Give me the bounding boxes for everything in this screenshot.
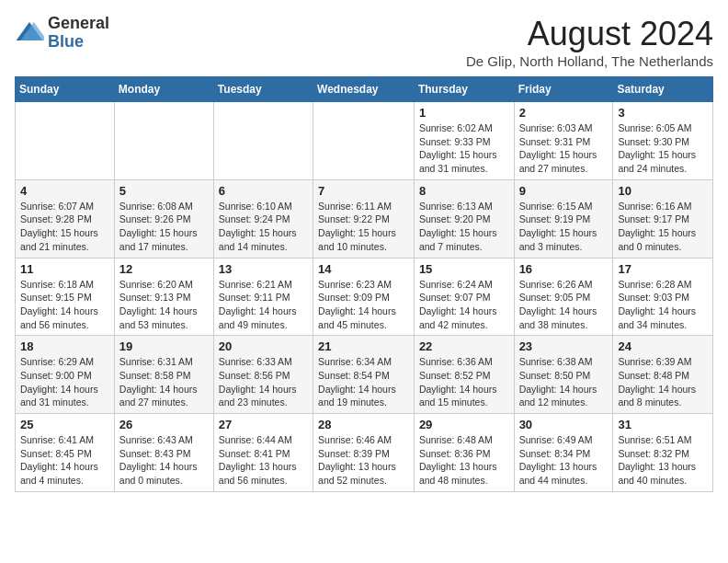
page-header: General Blue August 2024 De Glip, North … [15, 15, 713, 69]
day-cell: 13Sunrise: 6:21 AMSunset: 9:11 PMDayligh… [213, 258, 313, 336]
day-info: Sunrise: 6:03 AMSunset: 9:31 PMDaylight:… [519, 121, 609, 176]
day-info: Sunrise: 6:18 AMSunset: 9:15 PMDaylight:… [20, 278, 109, 332]
col-header-sunday: Sunday [16, 77, 115, 102]
day-cell: 12Sunrise: 6:20 AMSunset: 9:13 PMDayligh… [114, 258, 213, 336]
day-number: 25 [20, 418, 109, 431]
day-info: Sunrise: 6:51 AMSunset: 8:32 PMDaylight:… [618, 433, 708, 488]
day-cell: 11Sunrise: 6:18 AMSunset: 9:15 PMDayligh… [16, 258, 115, 336]
col-header-thursday: Thursday [414, 77, 514, 102]
day-cell: 4Sunrise: 6:07 AMSunset: 9:28 PMDaylight… [16, 179, 115, 258]
day-cell [16, 102, 115, 180]
day-cell: 1Sunrise: 6:02 AMSunset: 9:33 PMDaylight… [414, 102, 514, 180]
day-number: 2 [519, 106, 609, 120]
day-info: Sunrise: 6:23 AMSunset: 9:09 PMDaylight:… [318, 278, 409, 332]
day-cell: 19Sunrise: 6:31 AMSunset: 8:58 PMDayligh… [114, 336, 213, 414]
day-number: 10 [618, 184, 708, 198]
day-cell: 2Sunrise: 6:03 AMSunset: 9:31 PMDaylight… [514, 102, 613, 180]
day-number: 22 [419, 339, 509, 353]
day-number: 24 [618, 339, 708, 353]
day-info: Sunrise: 6:15 AMSunset: 9:19 PMDaylight:… [519, 200, 609, 254]
week-row-3: 11Sunrise: 6:18 AMSunset: 9:15 PMDayligh… [16, 258, 713, 336]
day-info: Sunrise: 6:34 AMSunset: 8:54 PMDaylight:… [318, 355, 409, 409]
calendar-body: 1Sunrise: 6:02 AMSunset: 9:33 PMDaylight… [16, 102, 713, 492]
day-info: Sunrise: 6:02 AMSunset: 9:33 PMDaylight:… [419, 121, 509, 176]
calendar-table: SundayMondayTuesdayWednesdayThursdayFrid… [15, 76, 713, 492]
day-info: Sunrise: 6:31 AMSunset: 8:58 PMDaylight:… [119, 355, 209, 409]
day-number: 16 [519, 262, 609, 276]
day-cell: 24Sunrise: 6:39 AMSunset: 8:48 PMDayligh… [613, 336, 713, 414]
day-info: Sunrise: 6:44 AMSunset: 8:41 PMDaylight:… [219, 433, 308, 488]
day-number: 19 [119, 339, 209, 353]
logo-icon [15, 18, 44, 48]
day-number: 31 [618, 418, 708, 431]
day-number: 18 [20, 339, 109, 353]
week-row-4: 18Sunrise: 6:29 AMSunset: 9:00 PMDayligh… [16, 336, 713, 414]
day-cell: 28Sunrise: 6:46 AMSunset: 8:39 PMDayligh… [313, 414, 415, 492]
week-row-5: 25Sunrise: 6:41 AMSunset: 8:45 PMDayligh… [16, 414, 713, 492]
day-cell: 3Sunrise: 6:05 AMSunset: 9:30 PMDaylight… [613, 102, 713, 180]
day-cell: 22Sunrise: 6:36 AMSunset: 8:52 PMDayligh… [414, 336, 514, 414]
col-header-friday: Friday [514, 77, 613, 102]
day-cell: 5Sunrise: 6:08 AMSunset: 9:26 PMDaylight… [114, 179, 213, 258]
day-cell: 16Sunrise: 6:26 AMSunset: 9:05 PMDayligh… [514, 258, 613, 336]
day-info: Sunrise: 6:07 AMSunset: 9:28 PMDaylight:… [20, 200, 109, 254]
col-header-saturday: Saturday [613, 77, 713, 102]
day-cell [114, 102, 213, 180]
day-info: Sunrise: 6:05 AMSunset: 9:30 PMDaylight:… [618, 121, 708, 176]
day-cell: 10Sunrise: 6:16 AMSunset: 9:17 PMDayligh… [613, 179, 713, 258]
day-info: Sunrise: 6:43 AMSunset: 8:43 PMDaylight:… [119, 433, 209, 488]
day-cell: 7Sunrise: 6:11 AMSunset: 9:22 PMDaylight… [313, 179, 415, 258]
day-info: Sunrise: 6:36 AMSunset: 8:52 PMDaylight:… [419, 355, 509, 409]
day-number: 27 [219, 418, 308, 431]
day-number: 3 [618, 106, 708, 120]
day-number: 7 [318, 184, 409, 198]
logo-blue: Blue [48, 33, 109, 52]
day-number: 9 [519, 184, 609, 198]
day-info: Sunrise: 6:33 AMSunset: 8:56 PMDaylight:… [219, 355, 308, 409]
day-cell: 9Sunrise: 6:15 AMSunset: 9:19 PMDaylight… [514, 179, 613, 258]
day-cell: 29Sunrise: 6:48 AMSunset: 8:36 PMDayligh… [414, 414, 514, 492]
day-info: Sunrise: 6:16 AMSunset: 9:17 PMDaylight:… [618, 200, 708, 254]
days-of-week-row: SundayMondayTuesdayWednesdayThursdayFrid… [16, 77, 713, 102]
day-number: 4 [20, 184, 109, 198]
day-info: Sunrise: 6:41 AMSunset: 8:45 PMDaylight:… [20, 433, 109, 488]
day-cell: 27Sunrise: 6:44 AMSunset: 8:41 PMDayligh… [213, 414, 313, 492]
day-number: 20 [219, 339, 308, 353]
day-cell: 8Sunrise: 6:13 AMSunset: 9:20 PMDaylight… [414, 179, 514, 258]
logo: General Blue [15, 15, 109, 52]
day-number: 14 [318, 262, 409, 276]
day-cell: 20Sunrise: 6:33 AMSunset: 8:56 PMDayligh… [213, 336, 313, 414]
day-number: 21 [318, 339, 409, 353]
col-header-wednesday: Wednesday [313, 77, 415, 102]
day-info: Sunrise: 6:29 AMSunset: 9:00 PMDaylight:… [20, 355, 109, 409]
day-info: Sunrise: 6:21 AMSunset: 9:11 PMDaylight:… [219, 278, 308, 332]
day-info: Sunrise: 6:39 AMSunset: 8:48 PMDaylight:… [618, 355, 708, 409]
day-info: Sunrise: 6:10 AMSunset: 9:24 PMDaylight:… [219, 200, 308, 254]
day-cell: 18Sunrise: 6:29 AMSunset: 9:00 PMDayligh… [16, 336, 115, 414]
day-cell: 21Sunrise: 6:34 AMSunset: 8:54 PMDayligh… [313, 336, 415, 414]
day-info: Sunrise: 6:13 AMSunset: 9:20 PMDaylight:… [419, 200, 509, 254]
day-info: Sunrise: 6:49 AMSunset: 8:34 PMDaylight:… [519, 433, 609, 488]
day-number: 1 [419, 106, 509, 120]
day-cell: 23Sunrise: 6:38 AMSunset: 8:50 PMDayligh… [514, 336, 613, 414]
day-number: 8 [419, 184, 509, 198]
day-info: Sunrise: 6:46 AMSunset: 8:39 PMDaylight:… [318, 433, 409, 488]
day-info: Sunrise: 6:48 AMSunset: 8:36 PMDaylight:… [419, 433, 509, 488]
day-cell: 25Sunrise: 6:41 AMSunset: 8:45 PMDayligh… [16, 414, 115, 492]
day-cell [213, 102, 313, 180]
day-info: Sunrise: 6:38 AMSunset: 8:50 PMDaylight:… [519, 355, 609, 409]
day-cell: 6Sunrise: 6:10 AMSunset: 9:24 PMDaylight… [213, 179, 313, 258]
col-header-tuesday: Tuesday [213, 77, 313, 102]
col-header-monday: Monday [114, 77, 213, 102]
day-number: 17 [618, 262, 708, 276]
day-number: 12 [119, 262, 209, 276]
week-row-1: 1Sunrise: 6:02 AMSunset: 9:33 PMDaylight… [16, 102, 713, 180]
day-cell: 14Sunrise: 6:23 AMSunset: 9:09 PMDayligh… [313, 258, 415, 336]
day-number: 15 [419, 262, 509, 276]
day-cell: 30Sunrise: 6:49 AMSunset: 8:34 PMDayligh… [514, 414, 613, 492]
week-row-2: 4Sunrise: 6:07 AMSunset: 9:28 PMDaylight… [16, 179, 713, 258]
day-number: 11 [20, 262, 109, 276]
logo-general: General [48, 15, 109, 33]
logo-text: General Blue [48, 15, 109, 52]
day-info: Sunrise: 6:26 AMSunset: 9:05 PMDaylight:… [519, 278, 609, 332]
